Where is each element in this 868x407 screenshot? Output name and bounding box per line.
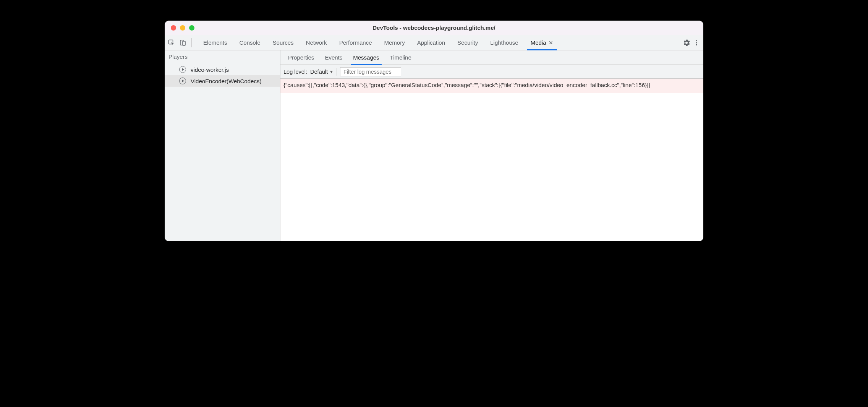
chevron-down-icon: ▼ [329, 69, 334, 74]
titlebar: DevTools - webcodecs-playground.glitch.m… [165, 21, 703, 35]
devtools-window: DevTools - webcodecs-playground.glitch.m… [165, 21, 703, 241]
tab-label: Lighthouse [490, 39, 518, 46]
sidebar-title: Players [165, 50, 280, 64]
toolbar-left-group [168, 38, 192, 47]
play-icon [179, 66, 186, 73]
tab-network[interactable]: Network [300, 35, 333, 50]
settings-button[interactable] [683, 39, 690, 47]
window-minimize-button[interactable] [180, 25, 185, 31]
tab-label: Application [417, 39, 445, 46]
filter-bar: Log level: Default ▼ [280, 65, 703, 79]
tab-label: Performance [339, 39, 372, 46]
window-maximize-button[interactable] [189, 25, 194, 31]
content-area: Properties Events Messages Timeline Log … [280, 50, 703, 241]
log-messages-area: {"causes":[],"code":1543,"data":{},"grou… [280, 79, 703, 241]
svg-point-5 [696, 44, 697, 45]
subtab-label: Messages [353, 54, 379, 61]
tab-label: Elements [203, 39, 227, 46]
main-tabs: Elements Console Sources Network Perform… [197, 35, 559, 50]
kebab-icon [693, 39, 700, 46]
tab-console[interactable]: Console [233, 35, 267, 50]
tab-memory[interactable]: Memory [378, 35, 411, 50]
subtab-timeline[interactable]: Timeline [385, 50, 417, 65]
log-level-select[interactable]: Default ▼ [310, 69, 334, 75]
log-level-label: Log level: [283, 69, 307, 75]
close-icon[interactable]: ✕ [549, 40, 553, 46]
player-item[interactable]: VideoEncoder(WebCodecs) [165, 75, 280, 87]
svg-point-4 [696, 42, 697, 43]
window-title: DevTools - webcodecs-playground.glitch.m… [165, 24, 703, 31]
panel-body: Players video-worker.js VideoEncoder(Web… [165, 50, 703, 241]
subtab-properties[interactable]: Properties [283, 50, 319, 65]
tab-performance[interactable]: Performance [333, 35, 378, 50]
log-level-value: Default [310, 69, 328, 75]
window-close-button[interactable] [171, 25, 176, 31]
log-message-row[interactable]: {"causes":[],"code":1543,"data":{},"grou… [280, 79, 703, 93]
players-sidebar: Players video-worker.js VideoEncoder(Web… [165, 50, 280, 241]
log-message-text: {"causes":[],"code":1543,"data":{},"grou… [283, 82, 650, 88]
subtab-label: Properties [288, 54, 314, 61]
tab-label: Media [531, 39, 546, 46]
tab-label: Sources [273, 39, 294, 46]
subtab-events[interactable]: Events [319, 50, 348, 65]
media-subtabs: Properties Events Messages Timeline [280, 50, 703, 65]
play-icon [179, 78, 186, 84]
player-label: video-worker.js [191, 66, 229, 73]
tab-label: Console [240, 39, 261, 46]
subtab-label: Events [325, 54, 342, 61]
tab-label: Security [457, 39, 478, 46]
main-toolbar: Elements Console Sources Network Perform… [165, 35, 703, 50]
tab-media[interactable]: Media ✕ [525, 35, 559, 50]
tab-security[interactable]: Security [451, 35, 484, 50]
device-toolbar-icon[interactable] [179, 39, 187, 47]
player-item[interactable]: video-worker.js [165, 64, 280, 75]
subtab-label: Timeline [390, 54, 411, 61]
divider [337, 68, 337, 76]
divider [678, 39, 678, 47]
traffic-lights [165, 25, 194, 31]
inspect-element-icon[interactable] [168, 39, 175, 47]
toolbar-right-group [671, 38, 700, 47]
filter-log-input[interactable] [340, 67, 401, 76]
tab-lighthouse[interactable]: Lighthouse [484, 35, 524, 50]
gear-icon [683, 39, 690, 46]
svg-point-3 [696, 40, 697, 41]
subtab-messages[interactable]: Messages [348, 50, 384, 65]
more-button[interactable] [693, 39, 700, 47]
svg-rect-2 [183, 41, 185, 45]
player-label: VideoEncoder(WebCodecs) [191, 78, 261, 84]
tab-label: Network [306, 39, 327, 46]
tab-label: Memory [384, 39, 405, 46]
tab-application[interactable]: Application [411, 35, 451, 50]
tab-sources[interactable]: Sources [267, 35, 300, 50]
tab-elements[interactable]: Elements [197, 35, 233, 50]
